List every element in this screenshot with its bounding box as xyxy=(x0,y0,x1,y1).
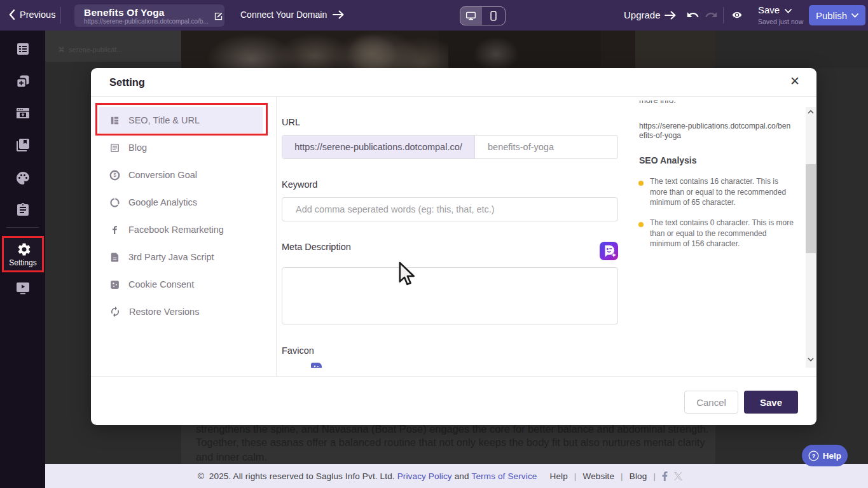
svg-text:$: $ xyxy=(113,172,116,178)
svg-text:?: ? xyxy=(812,452,816,459)
